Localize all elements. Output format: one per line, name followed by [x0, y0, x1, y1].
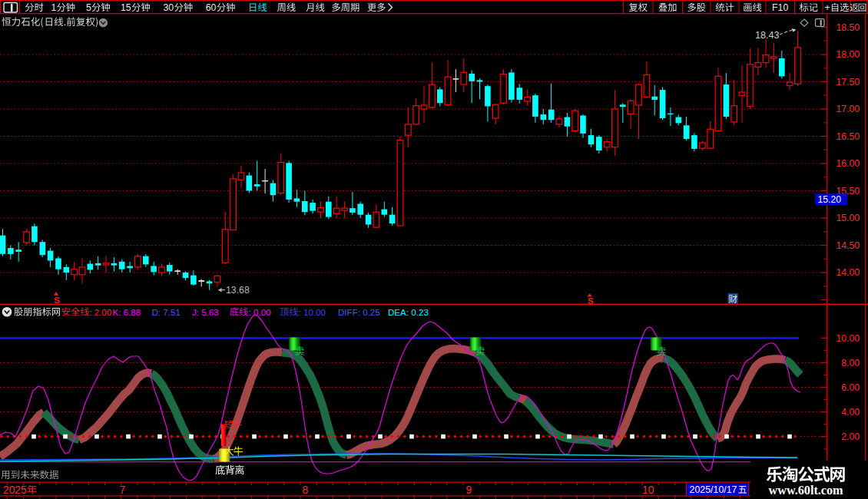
svg-text:DIFF: 0.25: DIFF: 0.25 [338, 307, 380, 317]
svg-text:7: 7 [120, 484, 126, 496]
svg-text:14.50: 14.50 [837, 240, 860, 251]
svg-text:16.50: 16.50 [837, 131, 860, 142]
svg-text:8.00: 8.00 [841, 358, 860, 368]
svg-text:17.50: 17.50 [837, 77, 860, 88]
svg-text:K: 6.88: K: 6.88 [113, 307, 141, 317]
svg-text:www.60lt.com: www.60lt.com [769, 484, 844, 497]
svg-text:2025: 2025 [3, 484, 27, 496]
svg-text:: 2.00: : 2.00 [89, 307, 111, 317]
svg-text:13.68: 13.68 [226, 285, 250, 296]
svg-text:F10: F10 [772, 2, 788, 13]
svg-text:8: 8 [303, 484, 309, 496]
svg-text:+: + [825, 2, 830, 13]
svg-text:9: 9 [466, 484, 472, 496]
svg-text:: 10.00: : 10.00 [299, 307, 326, 317]
svg-text:D: 7.51: D: 7.51 [152, 307, 181, 317]
svg-text:4.00: 4.00 [841, 407, 860, 418]
svg-text:18.43: 18.43 [755, 30, 780, 41]
svg-text:S: S [54, 296, 60, 305]
svg-text:18.50: 18.50 [837, 22, 860, 33]
svg-text:2025/10/17: 2025/10/17 [690, 484, 737, 495]
svg-text:: 0.00: : 0.00 [249, 307, 271, 317]
svg-text:1: 1 [51, 2, 56, 13]
svg-text:10: 10 [642, 484, 654, 496]
svg-text:5: 5 [86, 2, 91, 13]
svg-text:16.00: 16.00 [837, 158, 860, 169]
svg-text:17.00: 17.00 [837, 104, 860, 114]
svg-text:J: 5.63: J: 5.63 [192, 307, 219, 317]
svg-text:15.20: 15.20 [818, 194, 842, 205]
svg-text:14.00: 14.00 [837, 267, 860, 278]
svg-text:60: 60 [206, 2, 217, 13]
svg-text:18.00: 18.00 [837, 49, 860, 60]
svg-text:10.00: 10.00 [837, 333, 860, 344]
svg-text:DEA: 0.23: DEA: 0.23 [388, 307, 429, 317]
svg-text:2.00: 2.00 [841, 431, 860, 442]
svg-text:15.00: 15.00 [837, 213, 860, 223]
svg-text:15: 15 [121, 2, 131, 13]
svg-text:30: 30 [163, 2, 174, 13]
svg-text:6.00: 6.00 [841, 382, 860, 393]
